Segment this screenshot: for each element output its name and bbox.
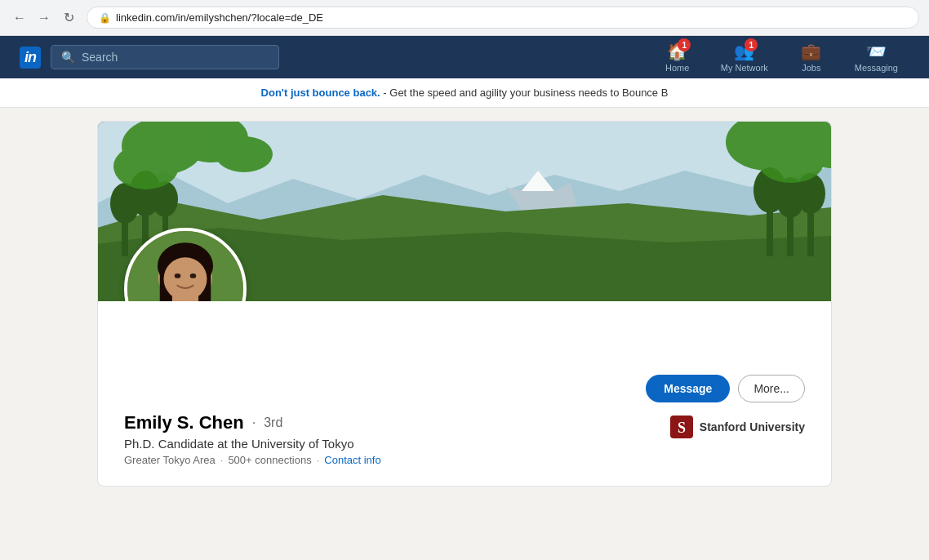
nav-item-my-network[interactable]: 👥 1 My Network	[709, 35, 780, 79]
profile-headline: Ph.D. Candidate at the University of Tok…	[124, 437, 670, 451]
profile-name: Emily S. Chen	[124, 412, 244, 433]
profile-location: Greater Tokyo Area	[124, 454, 216, 466]
profile-name-row: Emily S. Chen · 3rd	[124, 412, 670, 433]
search-bar[interactable]: 🔍	[51, 45, 279, 69]
more-button[interactable]: More...	[738, 375, 805, 402]
profile-avatar	[124, 228, 247, 301]
ad-banner: Don't just bounce back. - Get the speed …	[0, 78, 929, 108]
nav-item-jobs[interactable]: 💼 Jobs	[783, 35, 840, 79]
home-badge: 1	[678, 38, 691, 51]
forward-button[interactable]: →	[34, 8, 54, 28]
profile-card: Message More... Emily S. Chen · 3rd Ph.D…	[97, 121, 832, 487]
home-icon: 🏠 1	[667, 42, 687, 61]
back-button[interactable]: ←	[10, 8, 29, 28]
message-button[interactable]: Message	[646, 375, 730, 402]
refresh-button[interactable]: ↻	[59, 8, 78, 28]
profile-details: Emily S. Chen · 3rd Ph.D. Candidate at t…	[124, 412, 805, 466]
svg-point-32	[175, 273, 181, 278]
profile-meta: Greater Tokyo Area · 500+ connections · …	[124, 454, 670, 466]
svg-point-33	[190, 273, 197, 278]
cover-image	[98, 122, 831, 301]
address-bar[interactable]: 🔒 linkedin.com/in/emilyshchen/?locale=de…	[87, 7, 919, 29]
school-name: Stanford University	[700, 420, 805, 433]
my-network-icon: 👥 1	[734, 42, 754, 61]
search-icon: 🔍	[61, 51, 75, 64]
svg-point-21	[216, 136, 273, 172]
linkedin-navbar: in 🔍 🏠 1 Home 👥 1 My Network 💼 Jobs 📨 Me…	[0, 36, 929, 78]
profile-info-right: S Stanford University	[670, 416, 805, 438]
stanford-logo: S	[670, 416, 693, 438]
svg-rect-34	[178, 299, 192, 301]
nav-items: 🏠 1 Home 👥 1 My Network 💼 Jobs 📨 Messagi…	[649, 35, 909, 79]
linkedin-logo[interactable]: in	[20, 47, 41, 69]
messaging-icon: 📨	[866, 42, 887, 61]
my-network-badge: 1	[745, 38, 758, 51]
jobs-label: Jobs	[802, 63, 820, 73]
meta-separator-1: ·	[220, 454, 224, 466]
svg-point-20	[113, 144, 179, 189]
messaging-label: Messaging	[855, 63, 898, 73]
profile-actions: Message More...	[124, 375, 805, 402]
contact-info-link[interactable]: Contact info	[324, 454, 380, 466]
lock-icon: 🔒	[99, 12, 111, 24]
url-text: linkedin.com/in/emilyshchen/?locale=de_D…	[116, 11, 323, 24]
profile-connections: 500+ connections	[228, 454, 311, 466]
home-label: Home	[665, 63, 689, 73]
svg-point-31	[163, 257, 207, 300]
main-content: Message More... Emily S. Chen · 3rd Ph.D…	[0, 121, 929, 487]
browser-chrome: ← → ↻ 🔒 linkedin.com/in/emilyshchen/?loc…	[0, 0, 929, 36]
meta-separator-2: ·	[317, 454, 320, 466]
degree-separator: ·	[252, 416, 256, 430]
profile-info: Message More... Emily S. Chen · 3rd Ph.D…	[98, 358, 831, 486]
degree-badge: 3rd	[264, 416, 282, 430]
nav-item-home[interactable]: 🏠 1 Home	[649, 35, 706, 79]
ad-text: - Get the speed and agility your busines…	[383, 87, 668, 99]
search-input[interactable]	[82, 51, 269, 64]
svg-text:S: S	[678, 420, 686, 436]
nav-item-messaging[interactable]: 📨 Messaging	[843, 35, 909, 79]
ad-highlight[interactable]: Don't just bounce back.	[261, 87, 380, 99]
profile-info-left: Emily S. Chen · 3rd Ph.D. Candidate at t…	[124, 412, 670, 466]
my-network-label: My Network	[721, 63, 768, 73]
jobs-icon: 💼	[801, 42, 821, 61]
browser-nav-buttons: ← → ↻	[10, 8, 78, 28]
